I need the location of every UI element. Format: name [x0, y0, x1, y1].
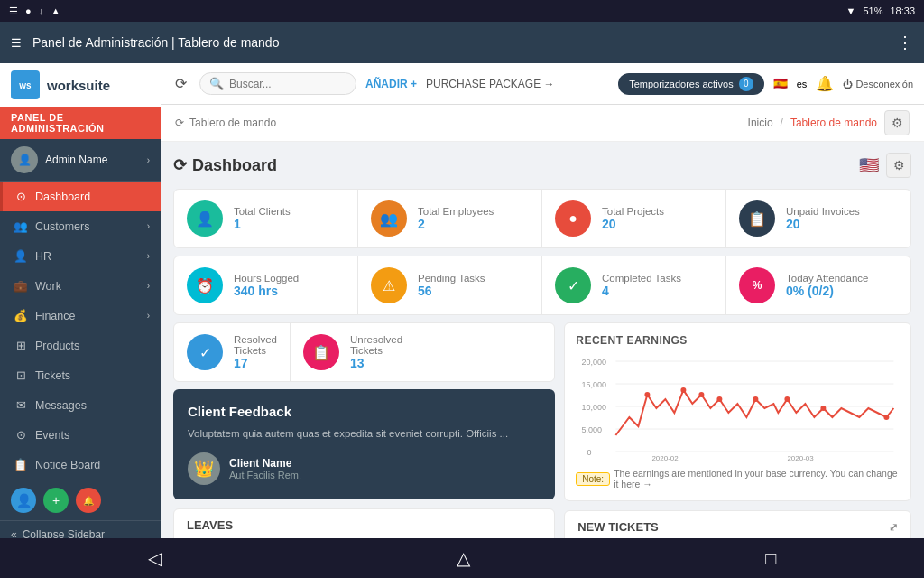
- sidebar-item-tickets[interactable]: ⊡ Tickets: [0, 360, 161, 390]
- sidebar-item-noticeboard[interactable]: 📋 Notice Board: [0, 450, 161, 480]
- customers-icon: 👥: [14, 219, 28, 233]
- sidebar-item-finance[interactable]: 💰 Finance ›: [0, 301, 161, 331]
- hours-logged-value: 340 hrs: [234, 284, 345, 298]
- timer-badge[interactable]: Temporizadores activos 0: [618, 73, 764, 95]
- content-area: ⟳ 🔍 AÑADIR + PURCHASE PACKAGE → Temporiz…: [161, 63, 924, 538]
- breadcrumb-settings-button[interactable]: ⚙: [884, 110, 910, 135]
- home-button[interactable]: △: [457, 547, 470, 569]
- svg-text:5,000: 5,000: [582, 425, 603, 434]
- brand-logo: ws: [11, 70, 40, 99]
- total-employees-label: Total Employees: [418, 206, 529, 217]
- unresolved-tickets-label: Unresolved Tickets: [350, 334, 402, 356]
- refresh-button[interactable]: ⟳: [171, 71, 190, 96]
- hr-icon: 👤: [14, 249, 28, 263]
- sidebar-item-customers[interactable]: 👥 Customers ›: [0, 211, 161, 241]
- sidebar-section-header: PANEL DE ADMINISTRACIÓN: [0, 107, 161, 139]
- collapse-sidebar[interactable]: « Collapse Sidebar: [0, 520, 161, 538]
- sidebar-user[interactable]: 👤 Admin Name ›: [0, 139, 161, 182]
- sidebar-item-dashboard[interactable]: ⊙ Dashboard: [0, 182, 161, 211]
- leaves-header: LEAVES: [174, 509, 554, 538]
- chevron-right-icon: ›: [147, 221, 150, 231]
- hours-logged-icon: ⏰: [187, 267, 223, 303]
- tickets-header: NEW TICKETS ⤢: [565, 511, 910, 538]
- toolbar: ⟳ 🔍 AÑADIR + PURCHASE PACKAGE → Temporiz…: [161, 63, 924, 105]
- status-icon-3: ↓: [39, 5, 44, 16]
- sidebar-item-messages[interactable]: ✉ Messages: [0, 390, 161, 420]
- dashboard-title-icon: ⟳: [173, 155, 187, 175]
- total-projects-label: Total Projects: [602, 206, 713, 217]
- finance-icon: 💰: [14, 309, 28, 322]
- sidebar-item-hr[interactable]: 👤 HR ›: [0, 241, 161, 271]
- stat-unresolved-tickets: 📋 Unresolved Tickets 13: [291, 323, 415, 381]
- sidebar-item-label: Messages: [35, 399, 87, 412]
- sidebar-item-events[interactable]: ⊙ Events: [0, 420, 161, 450]
- unpaid-invoices-icon: 📋: [739, 200, 775, 237]
- search-box: 🔍: [199, 72, 356, 95]
- avatar: 👤: [11, 146, 38, 173]
- sidebar-item-label: Events: [35, 429, 69, 442]
- hamburger-icon[interactable]: ☰: [11, 36, 22, 50]
- timer-count: 0: [739, 77, 753, 91]
- earnings-chart-svg: 20,000 15,000 10,000 5,000 0: [576, 354, 900, 462]
- action-btn-user[interactable]: 👤: [11, 488, 36, 513]
- total-employees-icon: 👥: [371, 200, 407, 237]
- search-icon: 🔍: [209, 77, 224, 90]
- user-name: Admin Name: [45, 154, 140, 166]
- author-avatar-icon: 👑: [194, 459, 214, 479]
- sidebar-item-label: Notice Board: [35, 459, 100, 471]
- expand-icon[interactable]: ⤢: [889, 521, 898, 534]
- author-name: Client Name: [229, 457, 301, 470]
- recent-apps-button[interactable]: □: [765, 548, 776, 569]
- timer-label: Temporizadores activos: [629, 79, 734, 89]
- pending-tasks-label: Pending Tasks: [418, 273, 529, 284]
- resolved-tickets-value: 17: [234, 356, 277, 370]
- unpaid-invoices-label: Unpaid Invoices: [786, 206, 898, 217]
- note-text: The earnings are mentioned in your base …: [614, 468, 900, 489]
- sidebar-item-products[interactable]: ⊞ Products: [0, 331, 161, 360]
- svg-text:2020-02: 2020-02: [652, 454, 679, 462]
- resolved-tickets-label: Resolved Tickets: [234, 334, 277, 356]
- tickets-title: NEW TICKETS: [578, 520, 659, 534]
- products-icon: ⊞: [14, 339, 28, 352]
- logout-button[interactable]: ⏻ Desconexión: [843, 79, 913, 89]
- action-btn-add[interactable]: +: [43, 488, 69, 513]
- total-projects-icon: ●: [555, 200, 591, 237]
- messages-icon: ✉: [14, 398, 28, 412]
- action-btn-notification[interactable]: 🔔: [76, 488, 101, 513]
- breadcrumb-current: Tablero de mando: [790, 117, 877, 129]
- sidebar-item-label: Customers: [35, 220, 89, 233]
- add-button[interactable]: AÑADIR +: [365, 78, 417, 90]
- dashboard-settings-button[interactable]: ⚙: [886, 153, 911, 178]
- stat-today-attendance: % Today Attendance 0% (0/2): [726, 256, 910, 314]
- battery-level: 51%: [863, 5, 882, 16]
- stat-resolved-tickets: ✓ Resolved Tickets 17: [174, 323, 291, 381]
- note-badge: Note:: [576, 472, 610, 486]
- bell-icon[interactable]: 🔔: [816, 75, 834, 92]
- collapse-arrow-icon: «: [11, 528, 17, 538]
- app-title: Panel de Administración | Tablero de man…: [32, 35, 886, 50]
- completed-tasks-icon: ✓: [555, 267, 591, 303]
- today-attendance-icon: %: [739, 267, 775, 303]
- sidebar-item-work[interactable]: 💼 Work ›: [0, 271, 161, 301]
- sidebar-item-label: Dashboard: [35, 191, 90, 203]
- unpaid-invoices-value: 20: [786, 217, 898, 231]
- back-button[interactable]: ◁: [148, 547, 162, 569]
- flag-icon: 🇪🇸: [773, 77, 788, 90]
- tickets-icon: ⊡: [14, 368, 28, 382]
- breadcrumb-bar: ⟳ Tablero de mando Inicio / Tablero de m…: [161, 105, 924, 142]
- pending-tasks-value: 56: [418, 284, 529, 298]
- wifi-icon: ▼: [846, 5, 856, 16]
- collapse-label: Collapse Sidebar: [23, 528, 105, 538]
- stat-total-clients: 👤 Total Clients 1: [174, 190, 358, 247]
- refresh-icon: ⟳: [175, 117, 184, 129]
- status-bar-left: ☰ ● ↓ ▲: [9, 5, 60, 17]
- total-employees-value: 2: [418, 217, 529, 231]
- breadcrumb-home[interactable]: Inicio: [748, 117, 773, 129]
- search-input[interactable]: [229, 78, 346, 90]
- more-options-icon[interactable]: ⋮: [897, 33, 913, 52]
- svg-text:15,000: 15,000: [582, 380, 607, 389]
- purchase-package-button[interactable]: PURCHASE PACKAGE →: [426, 78, 554, 90]
- stat-total-employees: 👥 Total Employees 2: [358, 190, 542, 247]
- brand: ws worksuite: [0, 63, 161, 107]
- svg-point-16: [753, 396, 759, 402]
